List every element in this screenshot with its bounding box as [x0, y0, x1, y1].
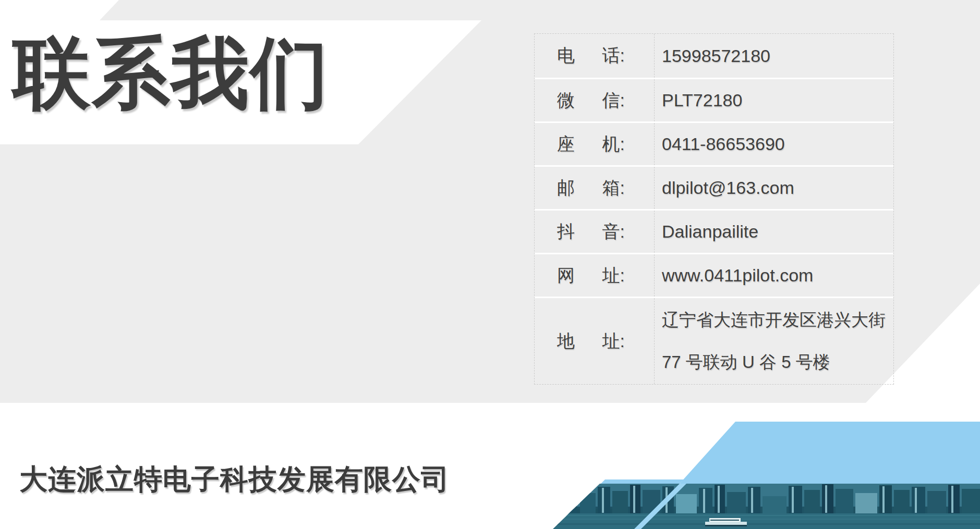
table-row-address: 地 址: 辽宁省大连市开发区港兴大街 77 号联动 U 谷 5 号楼 [535, 297, 893, 384]
address-value: 辽宁省大连市开发区港兴大街 77 号联动 U 谷 5 号楼 [654, 298, 893, 384]
phone-label: 电 话: [535, 34, 654, 78]
phone-value: 15998572180 [654, 34, 893, 78]
wechat-label: 微 信: [535, 79, 654, 121]
ferry-boat [705, 518, 747, 526]
table-row-wechat: 微 信: PLT72180 [535, 78, 893, 121]
city-skyline-photo [553, 484, 980, 529]
contact-table: 电 话: 15998572180 微 信: PLT72180 座 机: 0411… [534, 33, 894, 385]
email-value: dlpilot@163.com [654, 167, 893, 209]
table-row-website: 网 址: www.0411pilot.com [535, 253, 893, 297]
label-char: 网 [557, 264, 575, 288]
table-row-douyin: 抖 音: Dalianpailite [535, 209, 893, 253]
landline-value: 0411-86653690 [654, 123, 893, 165]
label-char: 址: [602, 329, 625, 353]
label-char: 电 [557, 44, 575, 68]
website-value: www.0411pilot.com [654, 254, 893, 297]
label-char: 邮 [557, 176, 575, 200]
landline-label: 座 机: [535, 123, 654, 165]
address-line-2: 77 号联动 U 谷 5 号楼 [662, 351, 830, 374]
company-name: 大连派立特电子科技发展有限公司 [19, 461, 450, 499]
label-char: 址: [602, 264, 625, 288]
page-title: 联系我们 [13, 30, 330, 116]
label-char: 箱: [602, 176, 625, 200]
label-char: 音: [602, 220, 625, 244]
label-char: 座 [557, 132, 575, 156]
label-char: 话: [602, 44, 625, 68]
website-label: 网 址: [535, 254, 654, 297]
label-char: 地 [557, 329, 575, 353]
wechat-value: PLT72180 [654, 79, 893, 121]
douyin-value: Dalianpailite [654, 211, 893, 253]
table-row-email: 邮 箱: dlpilot@163.com [535, 165, 893, 209]
address-line-1: 辽宁省大连市开发区港兴大街 [662, 309, 886, 331]
label-char: 信: [602, 89, 625, 113]
photo-water [553, 513, 980, 529]
douyin-label: 抖 音: [535, 211, 654, 253]
city-skyline-graphic [553, 484, 980, 529]
label-char: 微 [557, 89, 575, 113]
label-char: 抖 [557, 220, 575, 244]
label-char: 机: [602, 132, 625, 156]
email-label: 邮 箱: [535, 167, 654, 209]
table-row-phone: 电 话: 15998572180 [535, 34, 893, 78]
table-row-landline: 座 机: 0411-86653690 [535, 121, 893, 165]
address-label: 地 址: [535, 298, 654, 384]
